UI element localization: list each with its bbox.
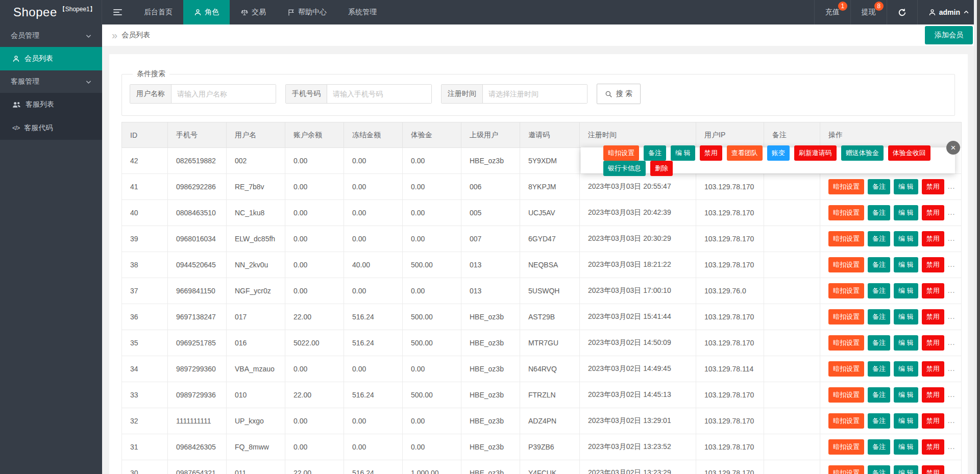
sidebar-item-label: 会员列表 xyxy=(24,54,53,63)
remark-button[interactable]: 备注 xyxy=(868,439,890,455)
hidden-deduct-button[interactable]: 暗扣设置 xyxy=(828,309,864,325)
gift-trial-money-button[interactable]: 赠送体验金 xyxy=(841,145,884,161)
remark-button[interactable]: 备注 xyxy=(868,205,890,220)
nav-item-system-settings[interactable]: 系统管理 xyxy=(337,0,387,24)
remark-button[interactable]: 备注 xyxy=(868,465,890,474)
nav-item-help-center[interactable]: 帮助中心 xyxy=(277,0,337,24)
remark-button[interactable]: 备注 xyxy=(868,387,890,403)
sidebar-collapse-icon[interactable] xyxy=(102,0,133,24)
remark-button[interactable]: 备注 xyxy=(868,361,890,377)
disable-button[interactable]: 禁用 xyxy=(922,439,944,455)
regtime-input[interactable] xyxy=(483,85,587,103)
sidebar-item-service-list[interactable]: 客服列表 xyxy=(0,93,102,116)
hidden-deduct-button[interactable]: 暗扣设置 xyxy=(828,361,864,377)
refresh-button[interactable] xyxy=(887,0,917,24)
disable-button[interactable]: 禁用 xyxy=(922,413,944,429)
sidebar-section-member-management[interactable]: 会员管理 xyxy=(0,24,102,47)
nav-item-label: 后台首页 xyxy=(144,8,173,17)
edit-button[interactable]: 编 辑 xyxy=(894,439,918,455)
disable-button[interactable]: 禁用 xyxy=(922,335,944,351)
hidden-deduct-button[interactable]: 暗扣设置 xyxy=(828,439,864,455)
hidden-deduct-button[interactable]: 暗扣设置 xyxy=(603,145,639,161)
table-cell: AST29B xyxy=(520,304,580,330)
sidebar-section-service-management[interactable]: 客服管理 xyxy=(0,70,102,93)
more-actions[interactable]: ... xyxy=(948,416,955,425)
nav-item-dashboard[interactable]: 后台首页 xyxy=(133,0,183,24)
disable-button[interactable]: 禁用 xyxy=(922,231,944,246)
more-actions[interactable]: ... xyxy=(948,442,955,451)
nav-item-transactions[interactable]: 交易 xyxy=(230,0,277,24)
withdraw-button[interactable]: 提现 8 xyxy=(850,0,887,24)
hidden-deduct-button[interactable]: 暗扣设置 xyxy=(828,231,864,246)
disable-button[interactable]: 禁用 xyxy=(922,283,944,298)
scrollbar-thumb[interactable] xyxy=(977,0,980,474)
refresh-invite-code-button[interactable]: 刷新邀请码 xyxy=(794,145,837,161)
table-cell: 0.00 xyxy=(285,278,344,304)
edit-button[interactable]: 编 辑 xyxy=(894,205,918,220)
recharge-button[interactable]: 充值 1 xyxy=(814,0,850,24)
edit-button[interactable]: 编 辑 xyxy=(894,283,918,298)
remark-button[interactable]: 备注 xyxy=(868,309,890,325)
remark-button[interactable]: 备注 xyxy=(644,145,666,161)
remark-button[interactable]: 备注 xyxy=(868,257,890,272)
delete-button[interactable]: 删除 xyxy=(650,161,673,176)
username-input[interactable] xyxy=(172,85,276,103)
search-button[interactable]: 搜 索 xyxy=(597,84,641,104)
hidden-deduct-button[interactable]: 暗扣设置 xyxy=(828,465,864,474)
more-actions[interactable]: ... xyxy=(948,390,955,398)
disable-button[interactable]: 禁用 xyxy=(922,257,944,272)
phone-input[interactable] xyxy=(327,85,431,103)
edit-button[interactable]: 编 辑 xyxy=(671,145,695,161)
hidden-deduct-button[interactable]: 暗扣设置 xyxy=(828,335,864,351)
hidden-deduct-button[interactable]: 暗扣设置 xyxy=(828,413,864,429)
hidden-deduct-button[interactable]: 暗扣设置 xyxy=(828,257,864,272)
more-actions[interactable]: ... xyxy=(948,260,955,268)
nav-item-roles[interactable]: 角色 xyxy=(183,0,230,24)
disable-button[interactable]: 禁用 xyxy=(700,145,722,161)
edit-button[interactable]: 编 辑 xyxy=(894,413,918,429)
remark-button[interactable]: 备注 xyxy=(868,413,890,429)
remark-button[interactable]: 备注 xyxy=(868,179,890,194)
user-menu[interactable]: admin xyxy=(917,0,980,24)
edit-button[interactable]: 编 辑 xyxy=(894,231,918,246)
more-actions[interactable]: ... xyxy=(948,468,955,474)
disable-button[interactable]: 禁用 xyxy=(922,361,944,377)
brand-sub-label: 【Shopee1】 xyxy=(59,5,96,14)
more-actions[interactable]: ... xyxy=(948,208,955,216)
sidebar-item-member-list[interactable]: 会员列表 xyxy=(0,47,102,70)
disable-button[interactable]: 禁用 xyxy=(922,387,944,403)
table-cell: 0.00 xyxy=(285,356,344,382)
close-icon[interactable]: × xyxy=(946,141,960,155)
edit-button[interactable]: 编 辑 xyxy=(894,335,918,351)
hidden-deduct-button[interactable]: 暗扣设置 xyxy=(828,387,864,403)
disable-button[interactable]: 禁用 xyxy=(922,205,944,220)
edit-button[interactable]: 编 辑 xyxy=(894,465,918,474)
sidebar-item-service-code[interactable]: </> 客服代码 xyxy=(0,116,102,140)
more-actions[interactable]: ... xyxy=(948,286,955,294)
hidden-deduct-button[interactable]: 暗扣设置 xyxy=(828,205,864,220)
remark-button[interactable]: 备注 xyxy=(868,283,890,298)
disable-button[interactable]: 禁用 xyxy=(922,465,944,474)
hidden-deduct-button[interactable]: 暗扣设置 xyxy=(828,283,864,298)
edit-button[interactable]: 编 辑 xyxy=(894,387,918,403)
more-actions[interactable]: ... xyxy=(948,338,955,346)
more-actions[interactable]: ... xyxy=(948,312,955,320)
more-actions[interactable]: ... xyxy=(948,182,955,190)
service-submenu: 客服列表 </> 客服代码 xyxy=(0,93,102,140)
disable-button[interactable]: 禁用 xyxy=(922,179,944,194)
more-actions[interactable]: ... xyxy=(948,234,955,242)
remark-button[interactable]: 备注 xyxy=(868,231,890,246)
view-team-button[interactable]: 查看团队 xyxy=(727,145,763,161)
remark-button[interactable]: 备注 xyxy=(868,335,890,351)
add-member-button[interactable]: 添加会员 xyxy=(925,26,973,44)
edit-button[interactable]: 编 辑 xyxy=(894,257,918,272)
disable-button[interactable]: 禁用 xyxy=(922,309,944,325)
bank-card-info-button[interactable]: 银行卡信息 xyxy=(603,161,646,176)
edit-button[interactable]: 编 辑 xyxy=(894,309,918,325)
edit-button[interactable]: 编 辑 xyxy=(894,361,918,377)
balance-change-button[interactable]: 账变 xyxy=(767,145,790,161)
hidden-deduct-button[interactable]: 暗扣设置 xyxy=(828,179,864,194)
reclaim-trial-money-button[interactable]: 体验金收回 xyxy=(888,145,930,161)
more-actions[interactable]: ... xyxy=(948,364,955,372)
edit-button[interactable]: 编 辑 xyxy=(894,179,918,194)
